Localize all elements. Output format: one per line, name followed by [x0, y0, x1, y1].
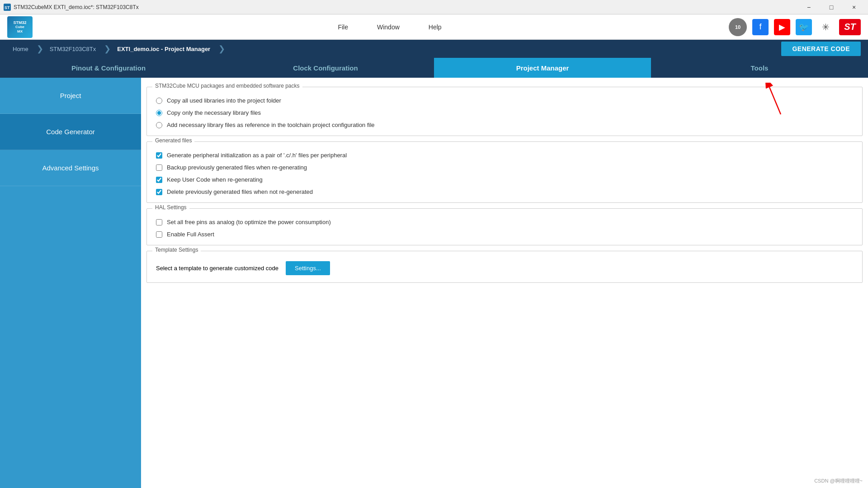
radio-copy-all[interactable]: Copy all used libraries into the project…	[156, 97, 853, 104]
checkbox-keep-user-code[interactable]: Keep User Code when re-generating	[156, 176, 853, 183]
breadcrumb-arrow-1: ❯	[37, 44, 43, 54]
template-settings-legend: Template Settings	[152, 247, 201, 253]
tab-project-manager[interactable]: Project Manager	[434, 58, 651, 78]
checkbox-keep-user-code-input[interactable]	[156, 177, 162, 183]
tab-clock[interactable]: Clock Configuration	[217, 58, 434, 78]
menu-items: File Window Help	[51, 22, 729, 33]
breadcrumb-arrow-3: ❯	[218, 44, 225, 54]
main-panel: STM32Cube MCU packages and embedded soft…	[141, 78, 868, 488]
template-row: Select a template to generate customized…	[156, 261, 853, 275]
checkbox-pair-files[interactable]: Generate peripheral initialization as a …	[156, 152, 853, 159]
svg-text:ST: ST	[5, 5, 10, 10]
sidebar-item-advanced-settings[interactable]: Advanced Settings	[0, 150, 141, 186]
template-settings-button[interactable]: Settings...	[286, 261, 330, 275]
app-icon: ST	[4, 4, 11, 11]
menu-window[interactable]: Window	[373, 22, 403, 33]
sidebar: Project Code Generator Advanced Settings	[0, 78, 141, 488]
breadcrumb-home[interactable]: Home	[7, 40, 36, 58]
generated-files-checkbox-group: Generate peripheral initialization as a …	[156, 152, 853, 195]
hal-settings-section: HAL Settings Set all free pins as analog…	[146, 208, 863, 245]
stm32cube-legend: STM32Cube MCU packages and embedded soft…	[152, 83, 302, 89]
tab-tools[interactable]: Tools	[651, 58, 868, 78]
breadcrumb-project[interactable]: EXTI_demo.ioc - Project Manager	[112, 40, 217, 58]
window-controls: − □ ×	[798, 0, 864, 14]
radio-copy-necessary-input[interactable]	[156, 110, 162, 116]
anniversary-icon[interactable]: 10	[729, 18, 747, 36]
checkbox-pair-files-input[interactable]	[156, 152, 162, 159]
breadcrumb: Home ❯ STM32F103C8Tx ❯ EXTI_demo.ioc - P…	[0, 40, 868, 58]
minimize-button[interactable]: −	[798, 0, 819, 14]
hal-settings-content: Set all free pins as analog (to optimize…	[147, 211, 862, 245]
hal-settings-legend: HAL Settings	[152, 204, 189, 211]
content-area: Project Code Generator Advanced Settings…	[0, 78, 868, 488]
checkbox-delete-files[interactable]: Delete previously generated files when n…	[156, 188, 853, 195]
checkbox-backup-files[interactable]: Backup previously generated files when r…	[156, 164, 853, 171]
main-tabs: Pinout & Configuration Clock Configurati…	[0, 58, 868, 78]
radio-add-reference-input[interactable]	[156, 122, 162, 128]
hal-settings-checkbox-group: Set all free pins as analog (to optimize…	[156, 219, 853, 238]
checkbox-delete-files-input[interactable]	[156, 189, 162, 195]
generated-files-legend: Generated files	[152, 137, 194, 144]
radio-copy-all-input[interactable]	[156, 98, 162, 104]
sidebar-item-project[interactable]: Project	[0, 78, 141, 114]
title-bar: ST STM32CubeMX EXTI_demo.ioc*: STM32F103…	[0, 0, 868, 14]
checkbox-backup-files-input[interactable]	[156, 164, 162, 171]
logo-mx: MX	[17, 29, 23, 34]
close-button[interactable]: ×	[844, 0, 864, 14]
logo-area: STM32 Cube MX	[7, 16, 33, 38]
stm32cube-radio-group: Copy all used libraries into the project…	[156, 97, 853, 128]
generate-code-button[interactable]: GENERATE CODE	[781, 42, 861, 56]
logo-stm32: STM32	[13, 20, 26, 25]
social-icons: 10 f ▶ 🐦 ✳ ST	[729, 18, 861, 36]
tab-pinout[interactable]: Pinout & Configuration	[0, 58, 217, 78]
checkbox-free-pins-analog[interactable]: Set all free pins as analog (to optimize…	[156, 219, 853, 225]
sidebar-item-code-generator[interactable]: Code Generator	[0, 114, 141, 150]
star-icon[interactable]: ✳	[817, 19, 834, 35]
template-settings-section: Template Settings Select a template to g…	[146, 251, 863, 283]
youtube-icon[interactable]: ▶	[774, 19, 790, 35]
menu-help[interactable]: Help	[425, 22, 445, 33]
generated-files-content: Generate peripheral initialization as a …	[147, 145, 862, 202]
generated-files-section: Generated files Generate peripheral init…	[146, 141, 863, 203]
breadcrumb-mcu[interactable]: STM32F103C8Tx	[44, 40, 104, 58]
twitter-icon[interactable]: 🐦	[796, 19, 812, 35]
maximize-button[interactable]: □	[821, 0, 842, 14]
breadcrumb-arrow-2: ❯	[104, 44, 111, 54]
template-description: Select a template to generate customized…	[156, 265, 278, 272]
menu-file[interactable]: File	[334, 22, 352, 33]
menu-bar: STM32 Cube MX File Window Help 10 f ▶ 🐦 …	[0, 14, 868, 40]
stm32cube-content: Copy all used libraries into the project…	[147, 90, 862, 136]
checkbox-enable-full-assert[interactable]: Enable Full Assert	[156, 231, 853, 238]
st-logo-icon[interactable]: ST	[839, 19, 861, 35]
watermark: CSDN @啊哩哩哩哩~	[814, 478, 863, 484]
facebook-icon[interactable]: f	[752, 19, 769, 35]
logo-cube: Cube	[15, 25, 24, 29]
template-settings-content: Select a template to generate customized…	[147, 254, 862, 282]
checkbox-full-assert-input[interactable]	[156, 231, 162, 238]
radio-add-reference[interactable]: Add necessary library files as reference…	[156, 122, 853, 128]
window-title: STM32CubeMX EXTI_demo.ioc*: STM32F103C8T…	[14, 4, 798, 10]
checkbox-free-pins-input[interactable]	[156, 219, 162, 225]
radio-copy-necessary[interactable]: Copy only the necessary library files	[156, 109, 853, 116]
app-logo: STM32 Cube MX	[7, 16, 33, 38]
stm32cube-section: STM32Cube MCU packages and embedded soft…	[146, 87, 863, 136]
